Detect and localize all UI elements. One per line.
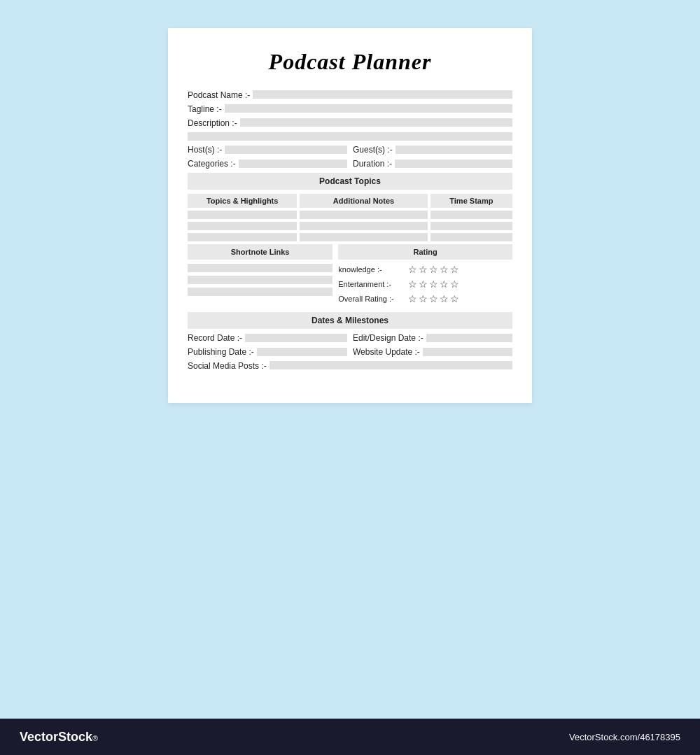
topics-row-3 xyxy=(188,233,512,241)
host-label: Host(s) :- xyxy=(188,145,222,155)
topics-col1-header: Topics & Highlights xyxy=(188,194,297,208)
estar-1[interactable]: ☆ xyxy=(408,278,417,290)
categories-col: Categories :- xyxy=(188,159,347,169)
topics-r1c2[interactable] xyxy=(300,211,427,219)
publishing-line[interactable] xyxy=(257,348,347,356)
podcast-name-row: Podcast Name :- xyxy=(188,90,512,100)
website-update-line[interactable] xyxy=(423,348,512,356)
topics-r2c3[interactable] xyxy=(430,222,512,230)
footer-brand: VectorStock® xyxy=(20,730,98,745)
shortnote-rating-section: Shortnote Links Rating knowledge :- ☆ ☆ … xyxy=(188,244,512,308)
entertainment-stars[interactable]: ☆ ☆ ☆ ☆ ☆ xyxy=(408,278,459,290)
ostar-3[interactable]: ☆ xyxy=(429,293,438,304)
entertainment-label: Entertanment :- xyxy=(338,280,408,288)
shortnote-line-2[interactable] xyxy=(188,276,332,284)
overall-label: Overall Rating :- xyxy=(338,295,408,303)
categories-label: Categories :- xyxy=(188,159,236,169)
social-media-row: Social Media Posts :- xyxy=(188,361,512,371)
description-extra xyxy=(188,132,512,141)
knowledge-rating-row: knowledge :- ☆ ☆ ☆ ☆ ☆ xyxy=(338,264,512,275)
star-5[interactable]: ☆ xyxy=(450,264,459,275)
publishing-col: Publishing Date :- xyxy=(188,347,347,357)
star-2[interactable]: ☆ xyxy=(419,264,428,275)
topics-col-headers: Topics & Highlights Additional Notes Tim… xyxy=(188,194,512,208)
shortnote-header: Shortnote Links xyxy=(188,244,332,260)
social-media-label: Social Media Posts :- xyxy=(188,361,267,371)
ostar-2[interactable]: ☆ xyxy=(419,293,428,304)
tagline-line[interactable] xyxy=(225,104,512,113)
duration-line[interactable] xyxy=(395,160,512,168)
description-line-2[interactable] xyxy=(188,132,512,141)
rating-header: Rating xyxy=(338,244,512,260)
footer-reg-symbol: ® xyxy=(92,734,98,742)
description-label: Description :- xyxy=(188,118,237,128)
edit-design-col: Edit/Design Date :- xyxy=(353,333,512,343)
record-date-label: Record Date :- xyxy=(188,333,242,343)
overall-rating-row: Overall Rating :- ☆ ☆ ☆ ☆ ☆ xyxy=(338,293,512,304)
topics-col3-header: Time Stamp xyxy=(430,194,512,208)
cat-dur-row: Categories :- Duration :- xyxy=(188,159,512,169)
footer-url: VectorStock.com/46178395 xyxy=(569,732,680,742)
topics-r2c1[interactable] xyxy=(188,222,297,230)
duration-label: Duration :- xyxy=(353,159,392,169)
topics-r3c1[interactable] xyxy=(188,233,297,241)
shortnote-line-1[interactable] xyxy=(188,264,332,272)
publishing-label: Publishing Date :- xyxy=(188,347,254,357)
star-4[interactable]: ☆ xyxy=(440,264,449,275)
tagline-label: Tagline :- xyxy=(188,104,222,114)
guest-col: Guest(s) :- xyxy=(353,145,512,155)
topics-r3c3[interactable] xyxy=(430,233,512,241)
edit-design-line[interactable] xyxy=(426,334,512,342)
description-line[interactable] xyxy=(240,118,512,127)
dates-header: Dates & Milestones xyxy=(188,312,512,329)
description-row: Description :- xyxy=(188,118,512,128)
shortnote-section: Shortnote Links xyxy=(188,244,332,308)
website-update-label: Website Update :- xyxy=(353,347,420,357)
star-1[interactable]: ☆ xyxy=(408,264,417,275)
edit-design-label: Edit/Design Date :- xyxy=(353,333,424,343)
topics-row-1 xyxy=(188,211,512,219)
podcast-name-line[interactable] xyxy=(253,90,512,99)
page-title: Podcast Planner xyxy=(188,49,512,75)
website-update-col: Website Update :- xyxy=(353,347,512,357)
estar-4[interactable]: ☆ xyxy=(440,278,449,290)
topics-r2c2[interactable] xyxy=(300,222,427,230)
entertainment-rating-row: Entertanment :- ☆ ☆ ☆ ☆ ☆ xyxy=(338,278,512,290)
tagline-row: Tagline :- xyxy=(188,104,512,114)
guest-label: Guest(s) :- xyxy=(353,145,393,155)
star-3[interactable]: ☆ xyxy=(429,264,438,275)
record-edit-row: Record Date :- Edit/Design Date :- xyxy=(188,333,512,343)
footer-logo-text: VectorStock xyxy=(20,730,92,745)
knowledge-stars[interactable]: ☆ ☆ ☆ ☆ ☆ xyxy=(408,264,459,275)
knowledge-label: knowledge :- xyxy=(338,265,408,274)
footer: VectorStock® VectorStock.com/46178395 xyxy=(0,719,700,755)
overall-stars[interactable]: ☆ ☆ ☆ ☆ ☆ xyxy=(408,293,459,304)
record-date-col: Record Date :- xyxy=(188,333,347,343)
duration-col: Duration :- xyxy=(353,159,512,169)
shortnote-line-3[interactable] xyxy=(188,288,332,296)
publish-website-row: Publishing Date :- Website Update :- xyxy=(188,347,512,357)
paper: Podcast Planner Podcast Name :- Tagline … xyxy=(168,28,532,403)
guest-line[interactable] xyxy=(396,146,512,154)
categories-line[interactable] xyxy=(239,160,347,168)
ostar-4[interactable]: ☆ xyxy=(440,293,449,304)
podcast-name-label: Podcast Name :- xyxy=(188,90,250,100)
dates-section: Dates & Milestones Record Date :- Edit/D… xyxy=(188,312,512,371)
rating-section: Rating knowledge :- ☆ ☆ ☆ ☆ ☆ Entertanme… xyxy=(338,244,512,308)
ostar-5[interactable]: ☆ xyxy=(450,293,459,304)
topics-r1c1[interactable] xyxy=(188,211,297,219)
topics-row-2 xyxy=(188,222,512,230)
topics-r1c3[interactable] xyxy=(430,211,512,219)
host-guest-row: Host(s) :- Guest(s) :- xyxy=(188,145,512,155)
estar-3[interactable]: ☆ xyxy=(429,278,438,290)
host-line[interactable] xyxy=(225,146,347,154)
estar-2[interactable]: ☆ xyxy=(419,278,428,290)
record-date-line[interactable] xyxy=(245,334,347,342)
estar-5[interactable]: ☆ xyxy=(450,278,459,290)
social-media-line[interactable] xyxy=(270,361,512,369)
main-area: Podcast Planner Podcast Name :- Tagline … xyxy=(0,0,700,719)
topics-col2-header: Additional Notes xyxy=(300,194,427,208)
host-col: Host(s) :- xyxy=(188,145,347,155)
topics-r3c2[interactable] xyxy=(300,233,427,241)
ostar-1[interactable]: ☆ xyxy=(408,293,417,304)
